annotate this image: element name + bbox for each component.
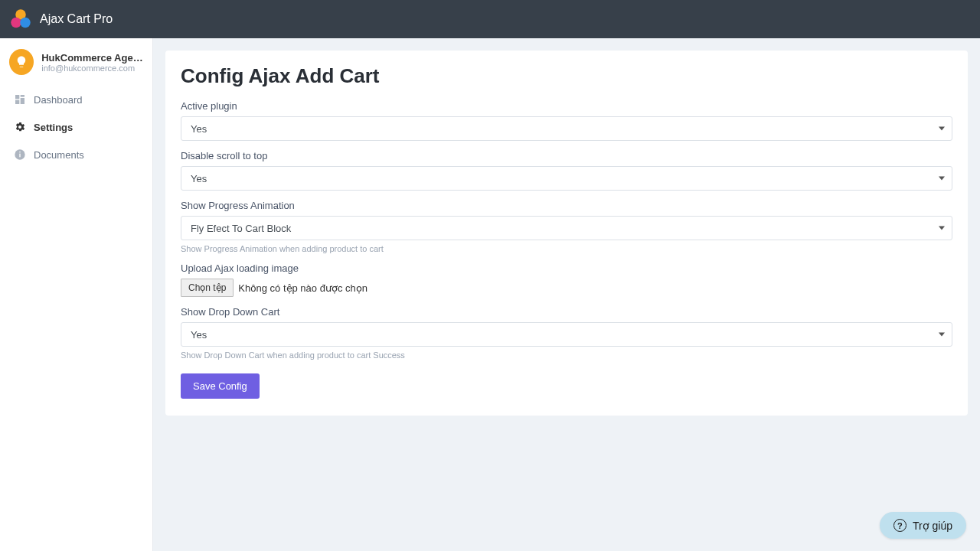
- user-name: HukCommerce Agenc...: [41, 52, 143, 64]
- label-disable-scroll: Disable scroll to top: [181, 150, 952, 161]
- avatar: [9, 49, 34, 75]
- main-content: Config Ajax Add Cart Active plugin Yes D…: [153, 38, 980, 551]
- field-progress-animation: Show Progress Animation Fly Efect To Car…: [181, 200, 952, 253]
- select-active-plugin[interactable]: Yes: [181, 116, 952, 141]
- svg-rect-9: [19, 152, 20, 152]
- save-config-button[interactable]: Save Config: [181, 373, 260, 399]
- logo-icon: [9, 8, 32, 31]
- help-dropdown-cart: Show Drop Down Cart when adding product …: [181, 350, 952, 360]
- field-dropdown-cart: Show Drop Down Cart Yes Show Drop Down C…: [181, 306, 952, 360]
- dashboard-icon: [14, 93, 26, 106]
- user-block: HukCommerce Agenc... info@hukcommerce.co…: [0, 38, 152, 86]
- svg-rect-4: [21, 95, 24, 97]
- select-progress-animation[interactable]: Fly Efect To Cart Block: [181, 216, 952, 240]
- label-upload-image: Upload Ajax loading image: [181, 262, 952, 274]
- app-title: Ajax Cart Pro: [40, 12, 113, 26]
- svg-rect-8: [19, 154, 20, 158]
- select-dropdown-cart[interactable]: Yes: [181, 322, 952, 347]
- bulb-icon: [15, 55, 28, 69]
- label-dropdown-cart: Show Drop Down Cart: [181, 306, 952, 318]
- sidebar-item-documents[interactable]: Documents: [0, 141, 152, 168]
- help-progress-animation: Show Progress Animation when adding prod…: [181, 244, 952, 253]
- label-active-plugin: Active plugin: [181, 100, 952, 112]
- gear-icon: [14, 121, 26, 133]
- svg-rect-3: [15, 95, 19, 99]
- sidebar-item-label: Dashboard: [34, 94, 83, 106]
- sidebar-item-label: Documents: [34, 149, 84, 161]
- svg-rect-5: [21, 98, 24, 104]
- svg-point-1: [11, 18, 21, 28]
- field-active-plugin: Active plugin Yes: [181, 100, 952, 141]
- page-title: Config Ajax Add Cart: [181, 64, 952, 88]
- config-panel: Config Ajax Add Cart Active plugin Yes D…: [165, 51, 968, 416]
- select-disable-scroll[interactable]: Yes: [181, 166, 952, 191]
- help-label: Trợ giúp: [913, 520, 952, 532]
- svg-rect-6: [15, 100, 19, 104]
- user-email: info@hukcommerce.com: [41, 64, 143, 73]
- logo: Ajax Cart Pro: [9, 8, 113, 31]
- help-button[interactable]: ? Trợ giúp: [880, 512, 966, 539]
- field-disable-scroll: Disable scroll to top Yes: [181, 150, 952, 191]
- label-progress-animation: Show Progress Animation: [181, 200, 952, 211]
- choose-file-button[interactable]: Chọn tệp: [181, 279, 234, 297]
- sidebar: HukCommerce Agenc... info@hukcommerce.co…: [0, 38, 153, 551]
- svg-point-2: [20, 18, 31, 28]
- file-status-text: Không có tệp nào được chọn: [238, 282, 368, 294]
- sidebar-item-dashboard[interactable]: Dashboard: [0, 86, 152, 113]
- sidebar-item-label: Settings: [34, 122, 73, 133]
- question-icon: ?: [893, 519, 906, 532]
- field-upload-image: Upload Ajax loading image Chọn tệp Không…: [181, 262, 952, 297]
- topbar: Ajax Cart Pro: [0, 0, 980, 38]
- info-icon: [14, 148, 26, 161]
- sidebar-item-settings[interactable]: Settings: [0, 113, 152, 141]
